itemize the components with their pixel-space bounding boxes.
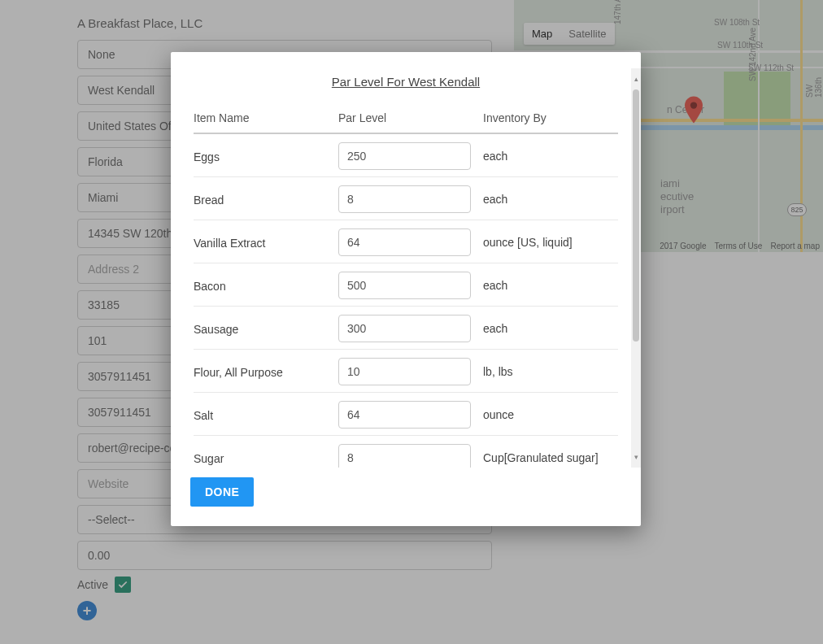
par-level-input[interactable]: 10	[338, 358, 471, 385]
inventory-by: each	[483, 193, 618, 206]
scrollbar-track[interactable]: ▴ ▾	[631, 68, 641, 468]
table-header: Item Name Par Level Inventory By	[194, 111, 618, 134]
inventory-by: ounce	[483, 408, 618, 421]
done-button[interactable]: DONE	[190, 477, 254, 507]
par-level-input[interactable]: 500	[338, 272, 471, 299]
table-row: Flour, All Purpose10lb, lbs	[194, 350, 618, 393]
item-name: Sausage	[194, 321, 338, 336]
table-row: Bread8each	[194, 177, 618, 220]
item-name: Bacon	[194, 278, 338, 293]
table-row: Salt64ounce	[194, 393, 618, 436]
par-level-input[interactable]: 250	[338, 142, 471, 170]
scroll-up-icon[interactable]: ▴	[631, 73, 641, 85]
item-name: Salt	[194, 407, 338, 422]
par-table: Item Name Par Level Inventory By Eggs250…	[194, 111, 618, 468]
par-level-input[interactable]: 8	[338, 444, 471, 468]
inventory-by: Cup[Granulated sugar]	[483, 451, 618, 464]
item-name: Bread	[194, 192, 338, 207]
item-name: Vanilla Extract	[194, 235, 338, 250]
item-name: Eggs	[194, 149, 338, 163]
inventory-by: ounce [US, liquid]	[483, 236, 618, 249]
table-row: Sausage300each	[194, 307, 618, 350]
par-level-input[interactable]: 300	[338, 315, 471, 342]
table-row: Bacon500each	[194, 263, 618, 307]
item-name: Flour, All Purpose	[194, 364, 338, 379]
inventory-by: each	[483, 279, 618, 292]
scroll-down-icon[interactable]: ▾	[631, 451, 641, 463]
scrollbar-thumb[interactable]	[633, 89, 639, 342]
col-header-inv: Inventory By	[483, 111, 618, 124]
table-row: Sugar8Cup[Granulated sugar]	[194, 436, 618, 468]
par-level-modal: ▴ ▾ Par Level For West Kendall Item Name…	[171, 52, 641, 526]
modal-body: ▴ ▾ Par Level For West Kendall Item Name…	[171, 52, 641, 468]
inventory-by: each	[483, 322, 618, 335]
par-level-input[interactable]: 64	[338, 401, 471, 429]
inventory-by: each	[483, 150, 618, 163]
par-level-input[interactable]: 8	[338, 185, 471, 213]
table-row: Eggs250each	[194, 134, 618, 177]
col-header-name: Item Name	[194, 111, 338, 124]
par-level-input[interactable]: 64	[338, 228, 471, 256]
table-row: Vanilla Extract64ounce [US, liquid]	[194, 220, 618, 263]
item-name: Sugar	[194, 450, 338, 465]
modal-footer: DONE	[171, 468, 641, 526]
col-header-par: Par Level	[338, 111, 483, 124]
inventory-by: lb, lbs	[483, 365, 618, 378]
modal-title: Par Level For West Kendall	[194, 75, 618, 89]
